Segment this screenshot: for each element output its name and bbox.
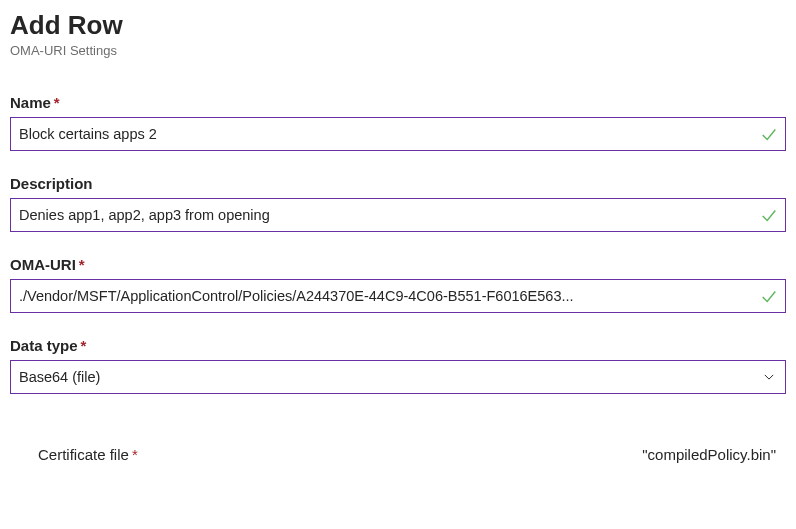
valid-check-icon <box>753 125 785 143</box>
required-indicator: * <box>54 94 60 111</box>
valid-check-icon <box>753 206 785 224</box>
name-label: Name* <box>10 94 786 111</box>
valid-check-icon <box>753 287 785 305</box>
page-title: Add Row <box>10 10 786 41</box>
oma-uri-label: OMA-URI* <box>10 256 786 273</box>
certificate-file-label: Certificate file* <box>38 446 138 463</box>
certificate-file-value: "compiledPolicy.bin" <box>642 446 776 463</box>
data-type-select[interactable]: Base64 (file) <box>10 360 786 394</box>
required-indicator: * <box>79 256 85 273</box>
name-input[interactable] <box>11 118 753 150</box>
description-label: Description <box>10 175 786 192</box>
description-input[interactable] <box>11 199 753 231</box>
oma-uri-input[interactable] <box>11 280 753 312</box>
required-indicator: * <box>132 446 138 463</box>
required-indicator: * <box>81 337 87 354</box>
page-subtitle: OMA-URI Settings <box>10 43 786 58</box>
chevron-down-icon <box>753 370 785 384</box>
description-input-wrapper <box>10 198 786 232</box>
data-type-selected-value: Base64 (file) <box>11 369 753 385</box>
name-input-wrapper <box>10 117 786 151</box>
data-type-label: Data type* <box>10 337 786 354</box>
oma-uri-input-wrapper <box>10 279 786 313</box>
